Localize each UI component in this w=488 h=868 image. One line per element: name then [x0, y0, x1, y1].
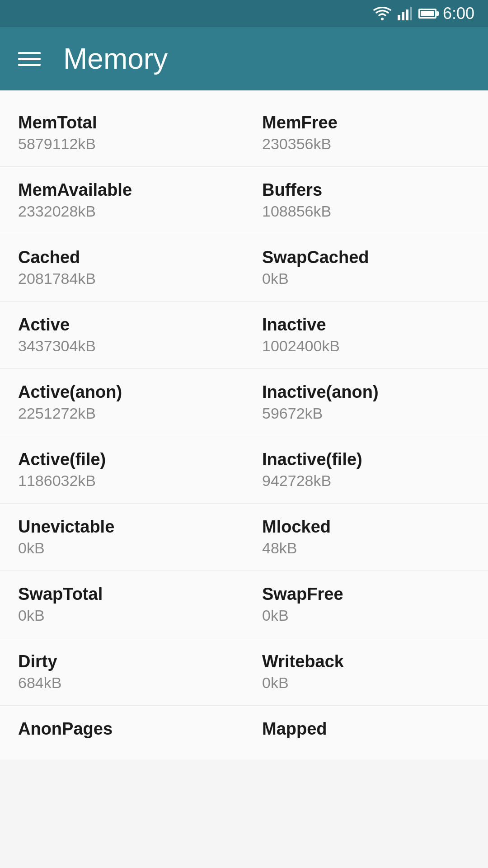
svg-rect-3: [406, 9, 408, 20]
memory-value: 0kB: [18, 607, 226, 624]
memory-item: MemFree 230356kB: [244, 99, 488, 167]
memory-value: 2081784kB: [18, 270, 226, 288]
memory-item: Mlocked 48kB: [244, 504, 488, 571]
memory-label: SwapTotal: [18, 585, 226, 604]
memory-label: Mlocked: [262, 517, 470, 537]
memory-label: Inactive(file): [262, 450, 470, 469]
memory-item: MemAvailable 2332028kB: [0, 167, 244, 234]
memory-label: Inactive: [262, 315, 470, 335]
memory-value: 942728kB: [262, 472, 470, 490]
memory-label: Active(file): [18, 450, 226, 469]
memory-label: MemAvailable: [18, 180, 226, 200]
battery-icon: [418, 9, 436, 19]
memory-value: 59672kB: [262, 405, 470, 422]
memory-label: Active(anon): [18, 382, 226, 402]
memory-label: SwapFree: [262, 585, 470, 604]
memory-value: 0kB: [262, 674, 470, 692]
memory-value: 1186032kB: [18, 472, 226, 490]
memory-item: Active(file) 1186032kB: [0, 436, 244, 504]
svg-rect-4: [410, 7, 412, 20]
wifi-icon: [373, 7, 391, 20]
status-icons: 6:00: [373, 4, 474, 23]
hamburger-line-3: [18, 64, 41, 66]
memory-value: 108856kB: [262, 203, 470, 220]
memory-label: Inactive(anon): [262, 382, 470, 402]
memory-label: Dirty: [18, 652, 226, 671]
memory-value: 0kB: [18, 539, 226, 557]
hamburger-line-2: [18, 58, 41, 60]
memory-value: 3437304kB: [18, 337, 226, 355]
memory-item: Inactive(file) 942728kB: [244, 436, 488, 504]
memory-value: 2251272kB: [18, 405, 226, 422]
memory-value: 0kB: [262, 607, 470, 624]
memory-item: Inactive(anon) 59672kB: [244, 369, 488, 436]
memory-label: SwapCached: [262, 248, 470, 267]
memory-item: Mapped: [244, 706, 488, 750]
memory-label: Writeback: [262, 652, 470, 671]
memory-value: 2332028kB: [18, 203, 226, 220]
memory-item: SwapCached 0kB: [244, 234, 488, 302]
memory-value: 684kB: [18, 674, 226, 692]
status-bar: 6:00: [0, 0, 488, 27]
memory-label: Buffers: [262, 180, 470, 200]
memory-item: AnonPages: [0, 706, 244, 750]
memory-label: Unevictable: [18, 517, 226, 537]
menu-button[interactable]: [18, 52, 41, 66]
memory-item: Unevictable 0kB: [0, 504, 244, 571]
memory-item: Cached 2081784kB: [0, 234, 244, 302]
memory-item: Dirty 684kB: [0, 638, 244, 706]
toolbar: Memory: [0, 27, 488, 90]
memory-item: Active(anon) 2251272kB: [0, 369, 244, 436]
memory-value: 48kB: [262, 539, 470, 557]
memory-item: Buffers 108856kB: [244, 167, 488, 234]
memory-label: Mapped: [262, 719, 470, 739]
memory-label: MemFree: [262, 113, 470, 132]
memory-content: MemTotal 5879112kB MemFree 230356kB MemA…: [0, 90, 488, 760]
memory-value: 1002400kB: [262, 337, 470, 355]
memory-grid: MemTotal 5879112kB MemFree 230356kB MemA…: [0, 99, 488, 750]
memory-value: 230356kB: [262, 135, 470, 153]
memory-item: MemTotal 5879112kB: [0, 99, 244, 167]
memory-value: 0kB: [262, 270, 470, 288]
memory-label: MemTotal: [18, 113, 226, 132]
memory-item: Inactive 1002400kB: [244, 302, 488, 369]
memory-label: AnonPages: [18, 719, 226, 739]
memory-item: SwapTotal 0kB: [0, 571, 244, 638]
memory-label: Cached: [18, 248, 226, 267]
page-title: Memory: [63, 42, 168, 75]
signal-icon: [398, 7, 412, 20]
memory-item: SwapFree 0kB: [244, 571, 488, 638]
memory-item: Active 3437304kB: [0, 302, 244, 369]
memory-label: Active: [18, 315, 226, 335]
hamburger-line-1: [18, 52, 41, 54]
svg-point-0: [381, 18, 384, 20]
svg-rect-2: [402, 12, 404, 20]
memory-value: 5879112kB: [18, 135, 226, 153]
status-time: 6:00: [443, 4, 474, 23]
svg-rect-1: [398, 15, 400, 20]
memory-item: Writeback 0kB: [244, 638, 488, 706]
